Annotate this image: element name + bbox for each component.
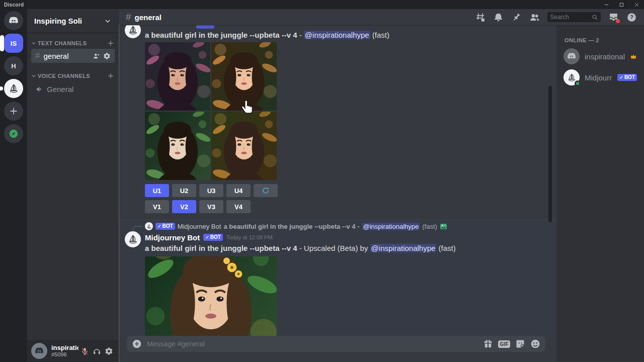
speed-mode: (fast) <box>439 244 456 252</box>
user-panel-controls <box>78 345 115 357</box>
upscale-button-u3[interactable]: U3 <box>199 184 223 197</box>
voice-channel-name: General <box>47 85 73 94</box>
explore-servers-button[interactable] <box>4 124 23 143</box>
variation-button-v1[interactable]: V1 <box>145 200 169 213</box>
notifications-button[interactable] <box>493 12 504 23</box>
sticker-picker-button[interactable] <box>515 339 525 349</box>
midjourney-image-grid[interactable] <box>145 42 277 180</box>
help-button[interactable]: ? <box>626 12 637 23</box>
voice-channel-general[interactable]: General <box>31 82 115 96</box>
member-row-inspirationalhype[interactable]: inspirationalhype <box>560 46 640 66</box>
grid-image-4[interactable] <box>211 112 277 180</box>
upscale-button-u2[interactable]: U2 <box>172 184 196 197</box>
upscaled-image[interactable] <box>145 256 277 336</box>
discord-logo-icon <box>8 15 19 26</box>
attach-file-button[interactable] <box>132 339 142 349</box>
help-icon: ? <box>626 12 637 23</box>
reply-author-avatar <box>145 222 153 230</box>
selected-server-pill <box>0 35 4 51</box>
refresh-icon <box>262 187 270 195</box>
discord-logo-icon <box>567 51 577 61</box>
reply-author-name[interactable]: Midjourney Bot <box>178 223 221 230</box>
emoji-smile-icon <box>530 339 540 349</box>
grid-image-2[interactable] <box>211 42 277 111</box>
user-settings-button[interactable] <box>103 345 115 357</box>
server-header[interactable]: Inspiring Soli <box>27 9 119 33</box>
sailboat-icon <box>127 25 138 36</box>
mention-pill[interactable]: @inspirationalhype <box>370 244 437 252</box>
search-bar[interactable] <box>547 12 601 22</box>
server-item-midjourney[interactable] <box>4 79 23 98</box>
mention-pill[interactable]: @inspirationalhype <box>362 223 420 230</box>
variation-button-v4[interactable]: V4 <box>226 200 251 213</box>
upscale-button-u1[interactable]: U1 <box>145 184 169 197</box>
discord-app: Discord IS H <box>0 0 644 362</box>
upscale-note: - Upscaled (Beta) by <box>299 244 368 252</box>
inbox-button[interactable] <box>608 12 619 23</box>
author-name[interactable]: Midjourney Bot <box>145 233 200 242</box>
server-initials: H <box>11 62 16 70</box>
sticker-icon <box>515 339 525 349</box>
author-row: Midjourney Bot ✓BOT Today at 12:08 PM <box>145 232 556 242</box>
search-input[interactable] <box>550 14 592 21</box>
svg-text:?: ? <box>630 14 633 20</box>
compass-icon <box>8 128 19 139</box>
server-item-inspiring-soli[interactable]: IS <box>4 34 23 53</box>
midjourney-bot-avatar[interactable] <box>125 231 141 247</box>
home-button[interactable] <box>4 11 23 30</box>
channel-item-general[interactable]: # general <box>31 49 115 63</box>
member-list: ONLINE — 2 inspirationalhype Midjourney … <box>556 25 644 362</box>
pinned-messages-button[interactable] <box>511 12 522 23</box>
header-toolbar: ? <box>475 12 637 23</box>
prompt-bold: a beautiful girl in the junggle --upbeta… <box>145 244 297 252</box>
verified-check-icon: ✓ <box>157 224 162 229</box>
speaker-icon <box>35 85 44 94</box>
threads-button[interactable] <box>475 12 486 23</box>
window-controls <box>599 0 644 9</box>
member-list-toggle-button[interactable] <box>529 12 540 23</box>
mention-pill[interactable]: @inspirationalhype <box>304 31 370 39</box>
member-name: inspirationalhype <box>585 52 625 61</box>
minimize-button[interactable] <box>599 0 614 9</box>
server-owner-crown-icon <box>630 53 637 60</box>
grid-image-1[interactable] <box>145 42 210 111</box>
mute-microphone-button[interactable] <box>78 345 91 357</box>
maximize-button[interactable] <box>614 0 629 9</box>
chat-scrollbar[interactable] <box>548 85 552 222</box>
search-icon <box>592 14 598 21</box>
message-composer: GIF <box>127 336 545 352</box>
grid-image-3[interactable] <box>145 112 210 180</box>
member-avatar <box>564 48 580 64</box>
midjourney-bot-avatar[interactable] <box>125 25 141 38</box>
user-avatar[interactable] <box>31 343 47 359</box>
hash-icon: # <box>35 51 40 61</box>
upscale-button-row: U1 U2 U3 U4 <box>145 184 556 197</box>
reroll-button[interactable] <box>254 184 278 197</box>
gift-button[interactable] <box>483 339 493 349</box>
prompt-text: a beautiful girl in the junggle --upbeta… <box>145 243 556 253</box>
chat-left-edge-line <box>119 24 119 362</box>
sailboat-icon <box>146 224 152 229</box>
category-voice-channels[interactable]: VOICE CHANNELS <box>31 72 115 80</box>
online-count-label: ONLINE — 2 <box>560 25 640 46</box>
variation-button-v2[interactable]: V2 <box>172 200 196 213</box>
close-button[interactable] <box>629 0 644 9</box>
prompt-text: a beautiful girl in the junggle --upbeta… <box>145 30 556 40</box>
emoji-picker-button[interactable] <box>530 339 540 349</box>
upscale-button-u4[interactable]: U4 <box>226 184 251 197</box>
gif-picker-button[interactable]: GIF <box>498 340 510 348</box>
server-item-h[interactable]: H <box>4 56 23 75</box>
member-row-midjourney-bot[interactable]: Midjourney Bot ✓BOT <box>560 67 640 87</box>
add-server-button[interactable] <box>4 102 23 121</box>
gear-icon <box>105 347 113 355</box>
user-info[interactable]: inspiration... #5096 <box>51 344 78 357</box>
app-title: Discord <box>4 2 24 8</box>
message-input[interactable] <box>147 340 483 348</box>
deafen-button[interactable] <box>91 345 103 357</box>
speed-mode: (fast) <box>372 31 389 39</box>
variation-button-v3[interactable]: V3 <box>199 200 223 213</box>
prompt-bold: a beautiful girl in the junggle --upbeta… <box>145 31 297 39</box>
category-text-channels[interactable]: TEXT CHANNELS <box>31 39 115 47</box>
add-channel-icon <box>107 39 115 47</box>
reply-context[interactable]: ✓BOT Midjourney Bot a beautiful girl in … <box>145 222 556 231</box>
